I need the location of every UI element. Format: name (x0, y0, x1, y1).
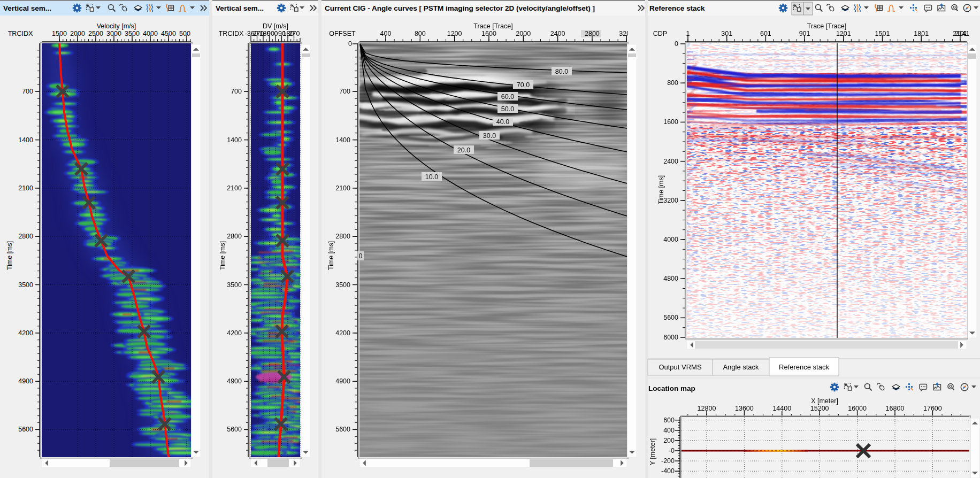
svg-text:Vertical sem...: Vertical sem... (3, 4, 51, 12)
svg-text:Current CIG - Angle curves [ P: Current CIG - Angle curves [ PSTM imagin… (325, 4, 595, 12)
svg-text:Output VRMS: Output VRMS (659, 363, 702, 371)
svg-text:17600: 17600 (923, 405, 942, 412)
svg-text:10.0: 10.0 (425, 173, 438, 181)
svg-text:60.0: 60.0 (501, 93, 514, 101)
svg-text:40.0: 40.0 (496, 118, 509, 126)
svg-text:80.0: 80.0 (555, 68, 568, 75)
svg-text:Y [meter]: Y [meter] (649, 438, 656, 465)
svg-text:700: 700 (22, 88, 33, 95)
svg-text:Time [ms]: Time [ms] (657, 175, 665, 204)
svg-text:5600: 5600 (18, 426, 33, 433)
svg-text:20.0: 20.0 (457, 147, 470, 154)
svg-text:700: 700 (339, 88, 350, 95)
svg-text:Velocity [m/s]: Velocity [m/s] (97, 22, 136, 30)
svg-text:4200: 4200 (227, 329, 242, 337)
svg-text:1400: 1400 (18, 136, 33, 144)
svg-text:3500: 3500 (18, 281, 33, 289)
svg-text:2800: 2800 (335, 233, 350, 240)
svg-text:Time [ms]: Time [ms] (327, 241, 335, 270)
svg-text:-200: -200 (661, 457, 675, 465)
svg-text:2100: 2100 (335, 184, 350, 192)
svg-text:12800: 12800 (698, 405, 716, 412)
svg-text:-400: -400 (661, 467, 675, 475)
svg-text:0: 0 (675, 40, 678, 48)
svg-text:2100: 2100 (18, 184, 33, 192)
svg-text:Reference stack: Reference stack (779, 363, 829, 371)
svg-text:2141: 2141 (955, 30, 970, 37)
svg-text:16000: 16000 (848, 405, 867, 412)
svg-text:1400: 1400 (335, 136, 350, 144)
svg-text:X [meter]: X [meter] (811, 397, 838, 405)
svg-text:3200: 3200 (663, 197, 678, 204)
svg-text:2800: 2800 (227, 233, 242, 240)
svg-text:5600: 5600 (335, 426, 350, 433)
svg-text:4000: 4000 (663, 236, 678, 243)
svg-text:2800: 2800 (18, 233, 33, 240)
svg-text:TRCIDX: TRCIDX (8, 30, 33, 37)
svg-text:4800: 4800 (663, 275, 678, 282)
svg-text:Trace [Trace]: Trace [Trace] (473, 22, 512, 30)
svg-text:0: 0 (274, 30, 278, 37)
svg-text:30.0: 30.0 (483, 132, 496, 140)
svg-text:2400: 2400 (663, 158, 678, 165)
svg-text:3500: 3500 (335, 281, 350, 289)
svg-text:4900: 4900 (335, 377, 350, 385)
svg-text:1400: 1400 (227, 136, 242, 144)
svg-text:400: 400 (663, 427, 675, 434)
svg-text:OFFSET: OFFSET (329, 30, 356, 37)
svg-text:Angle stack: Angle stack (723, 363, 759, 371)
svg-text:4200: 4200 (18, 329, 33, 337)
svg-text:0: 0 (348, 40, 352, 48)
svg-text:Time [ms]: Time [ms] (6, 241, 13, 270)
svg-text:6000: 6000 (663, 334, 678, 341)
svg-text:TRCIDX: TRCIDX (219, 30, 244, 37)
svg-text:70.0: 70.0 (517, 81, 530, 89)
svg-text:13600: 13600 (735, 405, 754, 412)
svg-text:Vertical sem...: Vertical sem... (216, 4, 264, 12)
svg-text:5600: 5600 (663, 314, 678, 321)
svg-text:4900: 4900 (18, 377, 33, 385)
svg-text:CDP: CDP (653, 30, 667, 37)
svg-text:DV [m/s]: DV [m/s] (263, 22, 288, 30)
svg-text:50.0: 50.0 (501, 105, 514, 113)
svg-text:0: 0 (359, 252, 363, 260)
svg-text:4900: 4900 (227, 377, 242, 385)
svg-text:1600: 1600 (663, 118, 678, 126)
svg-text:3500: 3500 (227, 281, 242, 289)
svg-text:Time [ms]: Time [ms] (219, 241, 226, 270)
svg-text:14400: 14400 (772, 405, 791, 412)
svg-text:2100: 2100 (227, 184, 242, 192)
svg-text:5600: 5600 (227, 426, 242, 433)
svg-text:700: 700 (231, 88, 242, 95)
svg-text:-0: -0 (669, 447, 675, 454)
svg-text:Reference stack: Reference stack (649, 4, 705, 12)
svg-text:600: 600 (663, 417, 675, 424)
svg-text:200: 200 (663, 437, 675, 444)
svg-text:15200: 15200 (810, 405, 829, 412)
svg-text:4200: 4200 (335, 329, 350, 337)
svg-text:16800: 16800 (886, 405, 905, 412)
svg-text:800: 800 (667, 79, 678, 87)
svg-text:Location map: Location map (648, 384, 695, 392)
svg-text:Trace [Trace]: Trace [Trace] (807, 22, 846, 30)
